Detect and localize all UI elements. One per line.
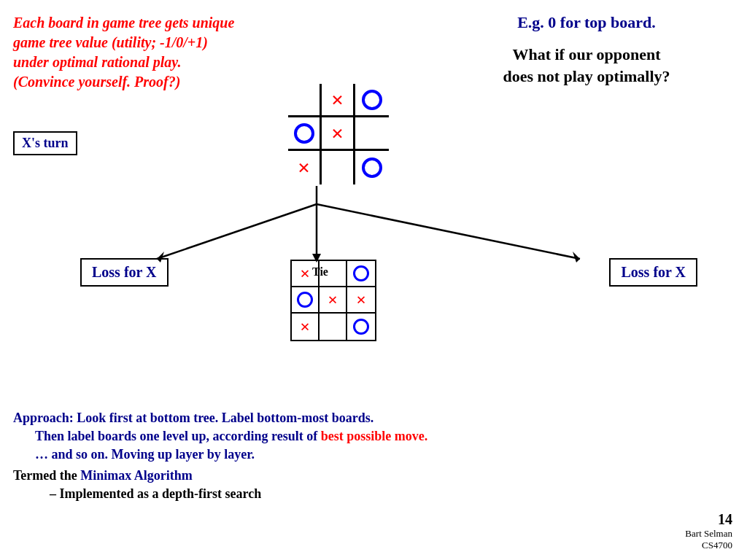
top-right-description: E.g. 0 for top board. What if our oppone… [448,13,725,87]
cell-00 [288,84,322,117]
xs-turn-label: X's turn [13,131,77,155]
page-info: 14 Bart Selman CS4700 [685,511,732,551]
author-name: Bart Selman [685,528,732,540]
tie-cell-20: × [292,314,320,340]
and-so-text: … and so on. Moving up layer by layer. [35,447,670,462]
tie-board: × × × × [290,260,376,341]
loss-left-box: Loss for X [80,258,169,287]
termed-text: Termed the Minimax Algorithm [13,468,670,483]
cell-21 [322,151,355,184]
svg-line-4 [317,204,580,259]
cell-12 [355,117,389,151]
tie-cell-22 [347,314,375,340]
svg-marker-5 [573,252,580,262]
page-number: 14 [685,511,732,528]
tie-cell-02 [347,261,375,287]
cell-10 [288,117,322,151]
eg-text: E.g. 0 for top board. [448,13,725,32]
top-board: × × × [288,84,389,184]
tie-cell-12: × [347,287,375,314]
cell-22 [355,151,389,184]
tie-cell-11: × [320,287,347,314]
top-left-description: Each board in game tree gets unique game… [13,13,290,92]
approach-text: Approach: Look first at bottom tree. Lab… [13,411,670,426]
cell-11: × [322,117,355,151]
bottom-text-section: Approach: Look first at bottom tree. Lab… [13,411,670,502]
cell-20: × [288,151,322,184]
tie-label: Tie [312,265,328,279]
course-name: CS4700 [685,540,732,551]
tie-cell-21 [320,314,347,340]
svg-line-2 [157,204,317,259]
loss-right-box: Loss for X [609,258,697,287]
then-text: Then label boards one level up, accordin… [35,429,670,444]
cell-01: × [322,84,355,117]
implemented-text: – Implemented as a depth-first search [50,486,670,502]
opponent-text: What if our opponent does not play optim… [448,44,725,87]
tie-board-container: Tie × × × × [290,260,376,341]
cell-02 [355,84,389,117]
tie-cell-10 [292,287,320,314]
description-text: Each board in game tree gets unique game… [13,13,290,92]
